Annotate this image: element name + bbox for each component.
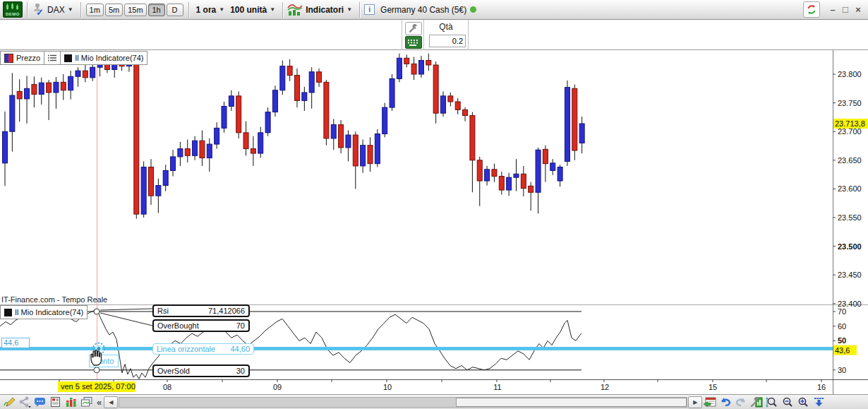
- horizontal-line-tooltip[interactable]: Linea orizzontale 44,60: [152, 343, 254, 355]
- legend-list-button[interactable]: [44, 51, 61, 65]
- price-axis-tick: 23.400: [838, 300, 862, 308]
- timeframe-1h-button[interactable]: 1h: [148, 4, 165, 16]
- toolbar-separator: [27, 2, 28, 18]
- calendar-history-icon[interactable]: [702, 396, 718, 408]
- toolbar-separator: [282, 2, 283, 18]
- timeframe-daily-button[interactable]: D: [167, 4, 183, 16]
- market-label: Germany 40 Cash (5€): [380, 5, 466, 15]
- chat-icon[interactable]: [32, 396, 48, 408]
- instrument-label: DAX: [47, 5, 65, 15]
- svg-text:✓: ✓: [36, 7, 44, 16]
- undo-icon[interactable]: [718, 396, 733, 408]
- indicator-swatch-icon: [64, 54, 72, 62]
- watermark-label: IT-Finance.com - Tempo Reale: [1, 295, 107, 304]
- indicator-chart-icon: [287, 2, 303, 18]
- order-tools-column: [402, 20, 424, 50]
- oversold-tooltip[interactable]: OverSold 30: [152, 364, 250, 377]
- chart-settings-icon[interactable]: [749, 396, 764, 408]
- oversold-tooltip-label: OverSold: [157, 367, 190, 375]
- rsi-level-badge: 43,6: [835, 346, 850, 355]
- period-dropdown[interactable]: 1 ora ▼: [193, 5, 228, 15]
- time-axis-label: 12: [601, 383, 609, 391]
- indicator-pane-legend[interactable]: Il Mio Indicatore(74): [0, 305, 88, 319]
- level-left-label: 44,6: [1, 338, 30, 348]
- price-legend-button[interactable]: Prezzo: [0, 51, 44, 65]
- timeframe-15m-button[interactable]: 15m: [124, 4, 146, 16]
- time-axis-label: 11: [493, 383, 501, 391]
- demo-badge-label: DEMO: [4, 12, 22, 16]
- oversold-tooltip-value: 30: [236, 367, 245, 375]
- zoom-out-icon[interactable]: [780, 396, 795, 408]
- chevron-down-icon: ▼: [270, 6, 275, 13]
- price-axis-tick: 23.650: [838, 156, 862, 165]
- demo-account-icon: DEMO: [3, 1, 23, 18]
- horizontal-line-tooltip-label: Linea orizzontale: [157, 345, 215, 353]
- horizontal-line-tooltip-value: 44,60: [230, 345, 250, 353]
- rsi-tooltip[interactable]: Rsi 71,412066: [152, 304, 250, 317]
- time-axis-label: 08: [163, 383, 171, 391]
- close-button[interactable]: ×: [852, 4, 864, 16]
- toolbar-separator: [359, 2, 360, 18]
- draw-pencil-icon[interactable]: [1, 396, 17, 408]
- hand-cursor-icon: [88, 346, 107, 369]
- maximize-button[interactable]: □: [840, 4, 851, 16]
- zoom-fit-icon[interactable]: [764, 396, 780, 408]
- indicators-dropdown[interactable]: Indicatori ▼: [303, 5, 355, 15]
- scrollbar-thumb[interactable]: [456, 398, 687, 407]
- instrument-dropdown[interactable]: DAX ▼: [44, 5, 76, 15]
- overbought-tooltip-label: OverBought: [157, 321, 199, 330]
- units-dropdown[interactable]: 100 unità ▼: [227, 5, 278, 15]
- time-axis-label: 09: [273, 383, 282, 391]
- scroll-left-button[interactable]: ◀: [104, 396, 118, 408]
- validate-stamp-icon[interactable]: ✓: [32, 2, 44, 18]
- indicator-legend-button[interactable]: Il Mio Indicatore(74): [60, 51, 147, 65]
- info-icon[interactable]: i: [364, 4, 375, 15]
- quantity-column: Qtà: [424, 20, 469, 50]
- windows-chart-icon[interactable]: [79, 396, 95, 408]
- rsi-axis-tick: 30: [838, 366, 846, 374]
- timeframe-1m-button[interactable]: 1m: [86, 4, 104, 16]
- overbought-tooltip[interactable]: OverBought 70: [152, 319, 250, 332]
- quantity-input[interactable]: [429, 35, 466, 47]
- period-label: 1 ora: [196, 5, 217, 15]
- time-axis-label: 15: [709, 383, 717, 391]
- refresh-icon[interactable]: [803, 1, 820, 18]
- order-strip: Qtà: [0, 20, 868, 50]
- toolbar-separator: [188, 2, 189, 18]
- settings-wrench-button[interactable]: [405, 22, 422, 35]
- price-legend-label: Prezzo: [16, 54, 40, 62]
- zoom-in-icon[interactable]: [795, 396, 811, 408]
- rsi-axis-tick: 70: [838, 307, 846, 316]
- price-axis-tick: 23.550: [838, 213, 862, 222]
- time-axis-label: 10: [383, 383, 392, 391]
- overbought-handle: [94, 309, 100, 314]
- price-axis-tick: 23.600: [838, 184, 862, 193]
- indicator-legend-label: Il Mio Indicatore(74): [75, 54, 143, 62]
- price-axis-tick: 23.450: [838, 271, 862, 279]
- news-icon[interactable]: [48, 396, 64, 408]
- chart-scrollbar[interactable]: [119, 397, 687, 408]
- rsi-axis-tick: 50: [838, 336, 846, 345]
- rsi-tooltip-label: Rsi: [157, 307, 169, 315]
- indicators-label: Indicatori: [306, 5, 344, 15]
- dock-panel-icon[interactable]: [811, 396, 826, 408]
- chevron-down-icon: ▼: [346, 6, 352, 13]
- redo-icon[interactable]: [733, 396, 749, 408]
- minimize-button[interactable]: –: [827, 4, 838, 16]
- keyboard-button[interactable]: [405, 36, 422, 49]
- chart-legend: Prezzo Il Mio Indicatore(74): [1, 51, 147, 65]
- collapse-panel-button[interactable]: «: [97, 397, 102, 408]
- share-icon[interactable]: [17, 396, 32, 408]
- toolbar-separator: [80, 2, 81, 18]
- rsi-tooltip-value: 71,412066: [208, 307, 245, 315]
- price-axis-tick: 23.800: [838, 70, 862, 78]
- crosshair-date-badge: ven 5 set 2025, 07:00: [61, 382, 135, 391]
- price-axis-tick: 23.700: [838, 127, 862, 136]
- price-axis-tick: 23.500: [838, 242, 862, 251]
- timeframe-5m-button[interactable]: 5m: [105, 4, 123, 16]
- time-axis-label: 16: [817, 383, 826, 391]
- units-label: 100 unità: [230, 5, 267, 15]
- volume-bars-icon[interactable]: [64, 396, 79, 408]
- chart-canvas[interactable]: 23.80023.75023.70023.65023.60023.55023.5…: [0, 50, 868, 394]
- scroll-right-button[interactable]: ▶: [688, 396, 702, 408]
